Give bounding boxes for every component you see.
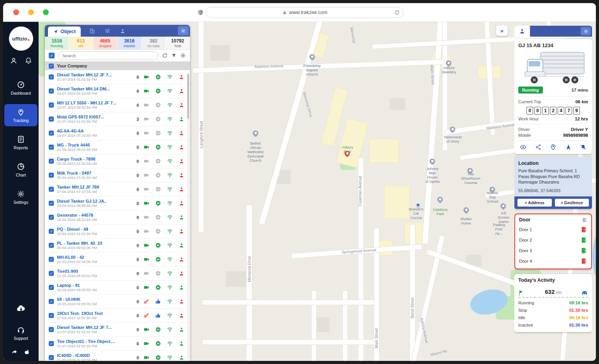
cam-icon[interactable] — [144, 341, 149, 346]
cam-icon[interactable] — [144, 116, 149, 122]
vehicle-checkbox[interactable]: ✓ — [49, 88, 54, 94]
vehicle-row[interactable]: ✓Diesel Tanker MH.12 JF 7...21-07-2024 0… — [45, 323, 190, 337]
tab-filter-icon[interactable] — [105, 28, 110, 34]
vehicle-row[interactable]: ✓Diesel Tanker MH.12 JF 7...21-07-2024 0… — [45, 70, 190, 84]
sidebar-item-chart[interactable]: Chart — [4, 159, 37, 181]
map-pin[interactable] — [500, 202, 507, 209]
vehicle-checkbox[interactable]: ✓ — [49, 173, 54, 178]
vehicle-name[interactable]: Tire01-900 — [57, 269, 131, 274]
cam-icon[interactable] — [144, 88, 149, 94]
detail-settings-button[interactable] — [581, 27, 591, 35]
reload-icon[interactable] — [394, 10, 400, 15]
vehicle-checkbox[interactable]: ✓ — [49, 299, 54, 304]
sidebar-item-tracking[interactable]: Tracking — [4, 104, 37, 126]
vehicle-name[interactable]: MH-KL00 - 42 — [57, 255, 131, 260]
company-checkbox[interactable]: ✓ — [49, 64, 54, 69]
apple-icon[interactable] — [24, 349, 30, 355]
search-input[interactable] — [62, 53, 154, 58]
vehicle-checkbox[interactable]: ✓ — [49, 243, 54, 248]
vehicle-checkbox[interactable]: ✓ — [49, 102, 54, 108]
vehicle-row[interactable]: ✓PL - Tanker MH. 40. 3330-03-2024 09:02:… — [45, 239, 190, 253]
vehicle-row[interactable]: ✓MH 12 LT 5550 - MH.12 JF 7...22-07-2024… — [45, 98, 190, 112]
vehicle-name[interactable]: Laptop - 91 — [57, 283, 131, 288]
vehicle-checkbox[interactable]: ✓ — [49, 257, 54, 262]
cam-icon[interactable] — [144, 144, 149, 150]
tab-vehicle-detail[interactable] — [514, 26, 530, 37]
vehicle-row[interactable]: ✓IC400D - IC400D21-07-2024 01:02:55 PM0 — [45, 351, 190, 361]
company-group-row[interactable]: ✓ Your Company — [45, 62, 190, 70]
vehicle-checkbox[interactable]: ✓ — [49, 74, 54, 80]
map-pin[interactable] — [463, 206, 470, 213]
vehicle-row[interactable]: ✓Generator - 4457815-04-2024 06:52:55 AM… — [45, 210, 190, 224]
vehicle-checkbox[interactable]: ✓ — [49, 215, 54, 220]
cam-icon[interactable] — [144, 186, 149, 192]
add-address-button[interactable]: + Address — [517, 199, 552, 207]
cam-icon[interactable] — [144, 270, 149, 276]
vehicle-name[interactable]: IC400D - IC400D — [57, 353, 131, 358]
vehicle-checkbox[interactable]: ✓ — [49, 201, 54, 206]
stat-stopped[interactable]: 4665Stopped — [93, 37, 117, 49]
share-icon[interactable] — [535, 144, 542, 150]
filter-icon[interactable] — [171, 53, 177, 58]
vehicle-name[interactable]: Tire Object01 - Tire Object.... — [57, 339, 131, 344]
vehicle-checkbox[interactable]: ✓ — [49, 117, 54, 122]
driver-icon[interactable] — [550, 144, 556, 150]
cam-icon[interactable] — [144, 242, 149, 248]
navigate-icon[interactable] — [565, 144, 572, 150]
stat-running[interactable]: 1516Running — [45, 37, 69, 49]
cam-icon[interactable] — [144, 200, 149, 206]
cam-icon[interactable] — [144, 158, 149, 164]
refresh-icon[interactable] — [162, 53, 168, 58]
vehicle-name[interactable]: Diesel Tanker MH.12 JF 7... — [57, 325, 131, 330]
vehicle-row[interactable]: ✓MH-KL00 - 4221-03-2024 03:45:05 PM0 — [45, 253, 190, 267]
stat-total[interactable]: 10792Total — [166, 37, 190, 49]
map-pin[interactable] — [436, 196, 443, 203]
sidebar-item-downloads[interactable] — [4, 299, 37, 317]
uffizio-logo[interactable]: uffizio — [9, 27, 33, 51]
vehicle-checkbox[interactable]: ✓ — [49, 327, 54, 332]
cam-icon[interactable] — [144, 74, 149, 80]
stat-inactive[interactable]: 3616Inactive — [117, 37, 142, 49]
tab-object[interactable]: Object — [48, 27, 81, 37]
vehicle-name[interactable]: Generator - 44578 — [57, 213, 131, 217]
minimize-window-button[interactable] — [28, 9, 34, 15]
cam-icon[interactable] — [144, 102, 149, 108]
cam-icon[interactable] — [144, 214, 149, 220]
vehicle-checkbox[interactable]: ✓ — [49, 341, 54, 346]
cam-icon[interactable] — [144, 172, 149, 178]
scrollbar-track[interactable] — [187, 72, 189, 359]
cam-icon[interactable] — [144, 327, 149, 332]
cam-icon[interactable] — [144, 130, 149, 136]
url-bar[interactable]: www.trakzee.com — [206, 7, 404, 18]
vehicle-row[interactable]: ✓Diesel Tanker MH.14 DM...22-07-2024 01:… — [45, 84, 190, 98]
maximize-window-button[interactable] — [43, 9, 49, 15]
vehicle-row[interactable]: ✓19Oct Test- 19Oct Test17-03-2024 11:02:… — [45, 309, 190, 323]
object-panel-settings-button[interactable] — [178, 26, 189, 35]
sidebar-item-reports[interactable]: Reports — [4, 131, 37, 154]
collapse-panel-button[interactable]: » — [496, 25, 508, 36]
vehicle-row[interactable]: ✓PQ - Diesel - 4810-04-2024 01:02:55 PM0 — [45, 224, 190, 239]
vehicle-checkbox[interactable]: ✓ — [49, 145, 54, 150]
vehicle-row[interactable]: ✓Laptop - 9120-03-2024 09:20:55 AM0 — [45, 281, 190, 295]
vehicle-name[interactable]: Milk Truck - 0497 — [57, 171, 131, 175]
vehicle-checkbox[interactable]: ✓ — [49, 271, 54, 276]
alerts-icon[interactable] — [580, 144, 587, 150]
vehicle-checkbox[interactable]: ✓ — [49, 229, 54, 234]
notifications-bell-icon[interactable] — [25, 57, 32, 65]
vehicle-name[interactable]: Tanker MH.12 JF 789 — [57, 185, 131, 189]
vehicle-row[interactable]: ✓4G-6A-4G-6A19-07-2024 07:32:55 PM0 — [45, 126, 190, 140]
vehicle-checkbox[interactable]: ✓ — [49, 285, 54, 290]
stat-idle[interactable]: 613Idle — [69, 37, 93, 49]
vehicle-name[interactable]: 19Oct Test- 19Oct Test — [57, 311, 131, 316]
vehicle-name[interactable]: Diesel Tanker MH.12 JF 7... — [57, 72, 131, 77]
vehicle-checkbox[interactable]: ✓ — [49, 187, 54, 192]
vehicle-row[interactable]: ✓Tire Object01 - Tire Object....21-07-20… — [45, 337, 190, 351]
sidebar-item-support[interactable]: Support — [4, 322, 37, 344]
vehicle-row[interactable]: ✓Tanker MH.12 JF 78927-04-2024 07:10:55 … — [45, 182, 190, 196]
vehicle-name[interactable]: MH 12 LT 5550 - MH.12 JF 7... — [57, 101, 131, 105]
vehicle-name[interactable]: PQ - Diesel - 48 — [57, 227, 131, 231]
vehicle-name[interactable]: Cargo Truck - 7898 — [57, 157, 131, 161]
vehicle-row[interactable]: ✓Mobi GPS 6972 KI057...21-07-2024 01:02:… — [45, 112, 190, 126]
vehicle-name[interactable]: 59 - UI-HHK — [57, 297, 131, 302]
vehicle-row[interactable]: ✓Diesel Tanker GJ.12 JA..20-04-2024 08:0… — [45, 196, 190, 210]
